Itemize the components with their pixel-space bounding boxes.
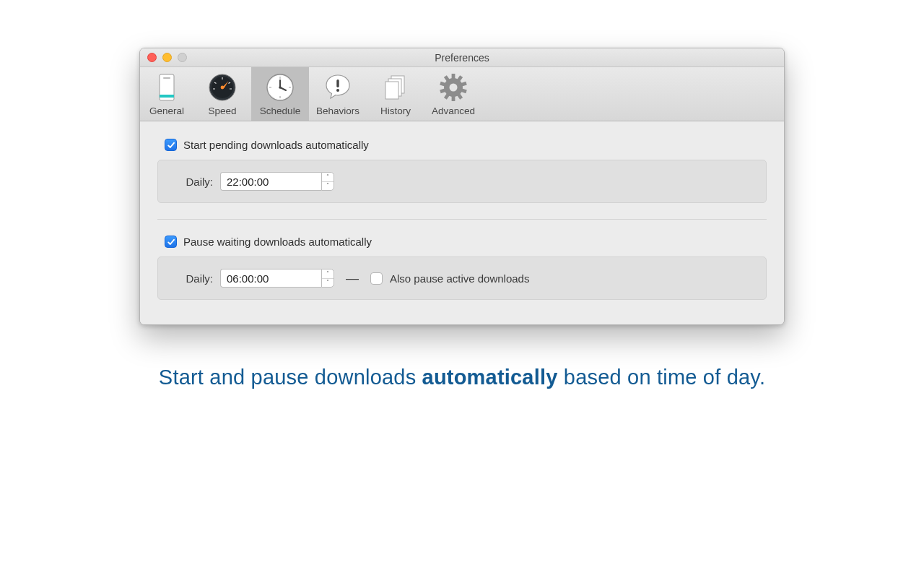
pause-waiting-checkbox[interactable] [165, 236, 177, 248]
zoom-window-button[interactable] [178, 53, 187, 62]
tab-general[interactable]: General [140, 67, 193, 121]
start-time-stepper[interactable]: ˄ ˅ [321, 172, 334, 191]
tab-label: General [149, 105, 184, 116]
preferences-window: Preferences General [139, 48, 785, 325]
tab-behaviors[interactable]: Behaviors [309, 67, 367, 121]
svg-point-37 [450, 84, 458, 92]
also-pause-label: Also pause active downloads [390, 272, 529, 285]
start-daily-label: Daily: [173, 176, 213, 188]
pause-time-stepper[interactable]: ˄ ˅ [321, 269, 334, 288]
svg-rect-25 [385, 82, 398, 99]
traffic-lights [147, 53, 187, 62]
caption-bold: automatically [422, 366, 558, 389]
schedule-pane: Start pending downloads automatically Da… [140, 121, 784, 324]
svg-rect-35 [440, 82, 445, 87]
svg-point-22 [336, 89, 339, 92]
tab-speed[interactable]: Speed [193, 67, 251, 121]
exclamation-bubble-icon [322, 72, 354, 103]
pause-time-field[interactable]: 06:00:00 [220, 269, 321, 288]
close-window-button[interactable] [147, 53, 157, 62]
also-pause-checkbox[interactable] [370, 272, 383, 285]
svg-rect-30 [461, 88, 467, 93]
caption-pre: Start and pause downloads [159, 366, 422, 389]
general-icon [151, 72, 183, 103]
preferences-toolbar: General Speed [140, 67, 784, 121]
dash-separator: — [346, 271, 359, 286]
stepper-up-icon[interactable]: ˄ [322, 269, 334, 279]
speed-icon [206, 72, 238, 103]
svg-rect-34 [440, 88, 445, 93]
start-section: Start pending downloads automatically Da… [157, 139, 767, 203]
stepper-up-icon[interactable]: ˄ [322, 173, 334, 182]
tab-label: History [380, 105, 411, 116]
start-inset: Daily: 22:00:00 ˄ ˅ [157, 160, 767, 203]
clock-icon [264, 72, 296, 103]
window-title: Preferences [140, 52, 784, 64]
tab-advanced[interactable]: Advanced [424, 67, 482, 121]
caption-post: based on time of day. [558, 366, 766, 389]
stepper-down-icon[interactable]: ˅ [322, 279, 334, 288]
documents-icon [380, 72, 411, 103]
svg-point-20 [279, 86, 282, 89]
minimize-window-button[interactable] [162, 53, 172, 62]
svg-rect-32 [452, 96, 456, 101]
tab-label: Advanced [432, 105, 475, 116]
tab-label: Speed [208, 105, 236, 116]
svg-rect-29 [461, 82, 467, 87]
svg-rect-1 [163, 77, 170, 79]
pause-daily-label: Daily: [173, 272, 213, 285]
titlebar: Preferences [140, 48, 784, 67]
svg-rect-21 [336, 79, 339, 87]
pause-inset: Daily: 06:00:00 ˄ ˅ — Also pause active … [157, 256, 767, 300]
pause-waiting-checkbox-row[interactable]: Pause waiting downloads automatically [165, 236, 767, 248]
start-time-field[interactable]: 22:00:00 [220, 172, 321, 191]
tab-label: Schedule [260, 105, 300, 116]
start-pending-checkbox-row[interactable]: Start pending downloads automatically [165, 139, 767, 151]
pause-waiting-label: Pause waiting downloads automatically [183, 236, 372, 248]
svg-rect-2 [160, 95, 174, 98]
start-pending-label: Start pending downloads automatically [183, 139, 369, 151]
pause-section: Pause waiting downloads automatically Da… [157, 236, 767, 300]
tab-schedule[interactable]: Schedule [251, 67, 309, 121]
gear-icon [437, 72, 469, 103]
svg-point-11 [221, 86, 225, 90]
tab-history[interactable]: History [367, 67, 424, 121]
svg-rect-27 [452, 74, 456, 79]
marketing-caption: Start and pause downloads automatically … [159, 366, 765, 389]
start-pending-checkbox[interactable] [165, 139, 177, 151]
separator [157, 219, 767, 220]
start-time-input[interactable]: 22:00:00 ˄ ˅ [220, 172, 334, 191]
pause-time-input[interactable]: 06:00:00 ˄ ˅ [220, 269, 334, 288]
tab-label: Behaviors [316, 105, 359, 116]
stepper-down-icon[interactable]: ˅ [322, 182, 334, 191]
